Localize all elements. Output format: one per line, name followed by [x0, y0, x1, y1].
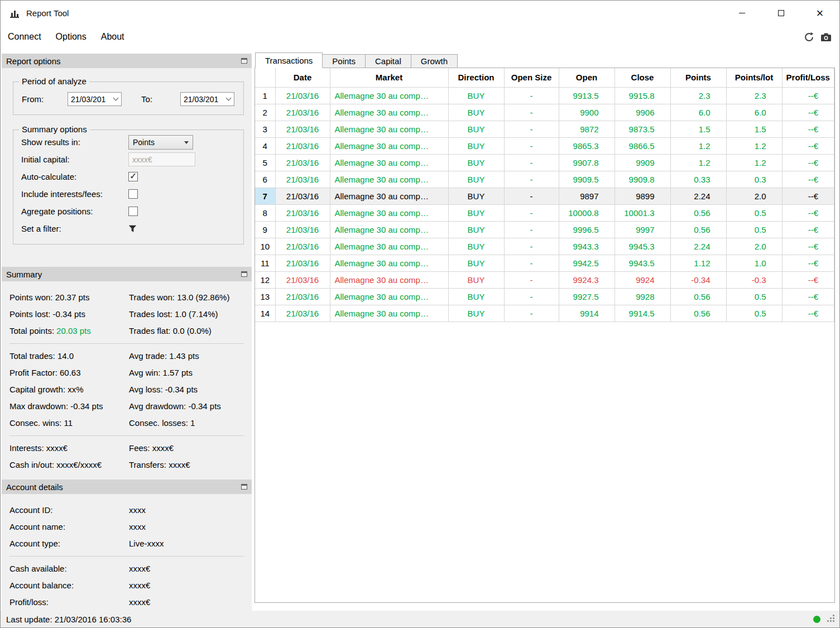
menu-options[interactable]: Options: [49, 28, 94, 45]
table-row[interactable]: 421/03/16Allemagne 30 au comp…BUY-9865.3…: [255, 137, 834, 154]
cell-open-size[interactable]: -: [504, 87, 559, 104]
cell-direction[interactable]: BUY: [448, 221, 504, 238]
cell-open-size[interactable]: -: [504, 305, 559, 322]
cell-date[interactable]: 21/03/16: [275, 271, 330, 288]
table-row[interactable]: 721/03/16Allemagne 30 au comp…BUY-989798…: [255, 188, 834, 204]
cell-close[interactable]: 9924: [615, 271, 670, 288]
cell-profit-loss[interactable]: --€: [782, 104, 834, 121]
cell-market[interactable]: Allemagne 30 au comp…: [330, 238, 448, 255]
cell-points-per-lot[interactable]: -0.3: [726, 271, 782, 288]
tab-points[interactable]: Points: [322, 54, 366, 68]
cell-open-size[interactable]: -: [504, 221, 559, 238]
column-header[interactable]: Open: [559, 68, 615, 87]
cell-date[interactable]: 21/03/16: [275, 104, 330, 121]
cell-profit-loss[interactable]: --€: [782, 204, 834, 221]
row-number[interactable]: 14: [255, 305, 275, 322]
initial-capital-input[interactable]: [128, 152, 195, 166]
cell-date[interactable]: 21/03/16: [275, 87, 330, 104]
show-results-combo[interactable]: Points: [128, 135, 193, 150]
cell-points[interactable]: 2.3: [670, 87, 726, 104]
cell-open-size[interactable]: -: [504, 171, 559, 188]
account-details-dock-header[interactable]: Account details: [2, 480, 252, 494]
cell-points-per-lot[interactable]: 0.5: [726, 288, 782, 305]
cell-date[interactable]: 21/03/16: [275, 171, 330, 188]
cell-points[interactable]: -0.34: [670, 271, 726, 288]
row-number[interactable]: 1: [255, 87, 275, 104]
cell-points-per-lot[interactable]: 0.5: [726, 221, 782, 238]
dock-float-icon[interactable]: [241, 484, 247, 490]
cell-date[interactable]: 21/03/16: [275, 221, 330, 238]
cell-points[interactable]: 2.24: [670, 238, 726, 255]
dock-float-icon[interactable]: [241, 58, 247, 64]
cell-profit-loss[interactable]: --€: [782, 238, 834, 255]
tab-growth[interactable]: Growth: [411, 54, 458, 68]
cell-points-per-lot[interactable]: 6.0: [726, 104, 782, 121]
cell-close[interactable]: 9915.8: [615, 87, 670, 104]
cell-direction[interactable]: BUY: [448, 171, 504, 188]
cell-direction[interactable]: BUY: [448, 121, 504, 137]
cell-date[interactable]: 21/03/16: [275, 238, 330, 255]
cell-close[interactable]: 9914.5: [615, 305, 670, 322]
cell-close[interactable]: 9943.5: [615, 255, 670, 271]
cell-points-per-lot[interactable]: 0.3: [726, 171, 782, 188]
tab-transactions[interactable]: Transactions: [255, 52, 323, 68]
cell-open-size[interactable]: -: [504, 288, 559, 305]
row-number[interactable]: 5: [255, 154, 275, 171]
cell-direction[interactable]: BUY: [448, 188, 504, 204]
column-header[interactable]: Profit/Loss: [782, 68, 834, 87]
cell-market[interactable]: Allemagne 30 au comp…: [330, 188, 448, 204]
cell-date[interactable]: 21/03/16: [275, 288, 330, 305]
cell-points-per-lot[interactable]: 1.2: [726, 154, 782, 171]
cell-profit-loss[interactable]: --€: [782, 221, 834, 238]
cell-market[interactable]: Allemagne 30 au comp…: [330, 271, 448, 288]
column-header[interactable]: Direction: [448, 68, 504, 87]
table-row[interactable]: 1421/03/16Allemagne 30 au comp…BUY-99149…: [255, 305, 834, 322]
cell-direction[interactable]: BUY: [448, 87, 504, 104]
row-number[interactable]: 7: [255, 188, 275, 204]
row-number[interactable]: 2: [255, 104, 275, 121]
cell-points-per-lot[interactable]: 0.5: [726, 204, 782, 221]
cell-profit-loss[interactable]: --€: [782, 288, 834, 305]
cell-direction[interactable]: BUY: [448, 137, 504, 154]
table-row[interactable]: 121/03/16Allemagne 30 au comp…BUY-9913.5…: [255, 87, 834, 104]
cell-close[interactable]: 9997: [615, 221, 670, 238]
cell-points[interactable]: 6.0: [670, 104, 726, 121]
cell-market[interactable]: Allemagne 30 au comp…: [330, 171, 448, 188]
cell-market[interactable]: Allemagne 30 au comp…: [330, 154, 448, 171]
cell-profit-loss[interactable]: --€: [782, 121, 834, 137]
minimize-button[interactable]: [722, 1, 761, 26]
cell-direction[interactable]: BUY: [448, 238, 504, 255]
table-row[interactable]: 821/03/16Allemagne 30 au comp…BUY-10000.…: [255, 204, 834, 221]
column-header[interactable]: Points/lot: [726, 68, 782, 87]
row-number[interactable]: 6: [255, 171, 275, 188]
cell-profit-loss[interactable]: --€: [782, 271, 834, 288]
menu-connect[interactable]: Connect: [1, 28, 49, 45]
cell-open[interactable]: 9996.5: [559, 221, 615, 238]
cell-market[interactable]: Allemagne 30 au comp…: [330, 204, 448, 221]
row-number[interactable]: 10: [255, 238, 275, 255]
cell-points[interactable]: 0.56: [670, 204, 726, 221]
cell-direction[interactable]: BUY: [448, 204, 504, 221]
cell-profit-loss[interactable]: --€: [782, 255, 834, 271]
cell-points-per-lot[interactable]: 2.0: [726, 188, 782, 204]
cell-date[interactable]: 21/03/16: [275, 305, 330, 322]
cell-profit-loss[interactable]: --€: [782, 137, 834, 154]
cell-profit-loss[interactable]: --€: [782, 87, 834, 104]
column-header[interactable]: Open Size: [504, 68, 559, 87]
cell-points-per-lot[interactable]: 1.0: [726, 255, 782, 271]
cell-market[interactable]: Allemagne 30 au comp…: [330, 137, 448, 154]
cell-close[interactable]: 9873.5: [615, 121, 670, 137]
cell-points-per-lot[interactable]: 1.2: [726, 137, 782, 154]
row-number[interactable]: 13: [255, 288, 275, 305]
cell-open[interactable]: 9897: [559, 188, 615, 204]
cell-open-size[interactable]: -: [504, 188, 559, 204]
cell-profit-loss[interactable]: --€: [782, 171, 834, 188]
column-header[interactable]: Market: [330, 68, 448, 87]
cell-close[interactable]: 9928: [615, 288, 670, 305]
cell-open[interactable]: 10000.8: [559, 204, 615, 221]
cell-market[interactable]: Allemagne 30 au comp…: [330, 305, 448, 322]
refresh-button[interactable]: [801, 29, 817, 45]
cell-close[interactable]: 9909: [615, 154, 670, 171]
cell-market[interactable]: Allemagne 30 au comp…: [330, 221, 448, 238]
cell-direction[interactable]: BUY: [448, 154, 504, 171]
